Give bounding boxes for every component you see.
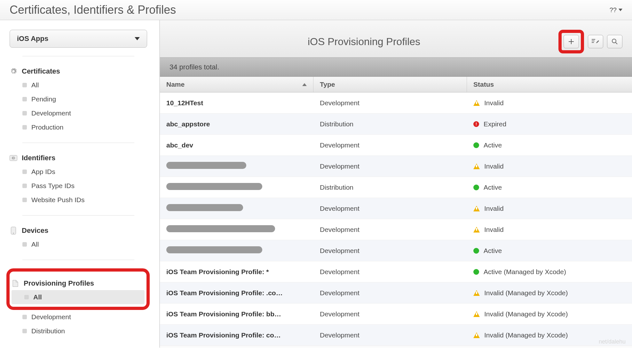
nav-heading-provisioning[interactable]: Provisioning Profiles (12, 277, 145, 290)
sidebar-item-cert-production[interactable]: Production (10, 120, 150, 134)
platform-select[interactable]: iOS Apps (10, 30, 147, 48)
sidebar-item-label: Pending (31, 95, 56, 103)
user-menu[interactable]: ?? (610, 6, 622, 14)
status-text: Active (484, 141, 502, 149)
bullet-icon (22, 184, 27, 188)
cell-type: Development (313, 242, 467, 260)
sidebar-item-label: All (33, 293, 42, 301)
table-row[interactable]: DevelopmentInvalid (160, 156, 632, 177)
cell-status: !Expired (467, 115, 632, 133)
nav-heading-identifiers[interactable]: ID Identifiers (10, 151, 150, 165)
svg-point-4 (612, 39, 616, 43)
table-header: Name Type Status (160, 77, 632, 92)
bullet-icon (24, 295, 29, 299)
svg-point-3 (13, 233, 14, 234)
sidebar-item-label: All (31, 81, 39, 89)
redacted-name (166, 246, 262, 253)
cell-type: Development (313, 200, 467, 218)
table-row[interactable]: iOS Team Provisioning Profile: co…Develo… (160, 325, 632, 346)
nav-section-identifiers: ID Identifiers App IDs Pass Type IDs Web… (10, 151, 150, 207)
status-text: Invalid (484, 205, 504, 212)
profile-name: iOS Team Provisioning Profile: co… (166, 331, 281, 339)
table-row[interactable]: iOS Team Provisioning Profile: bb…Develo… (160, 304, 632, 325)
add-button[interactable] (564, 35, 579, 48)
doc-icon (12, 280, 19, 287)
nav-heading-devices[interactable]: Devices (10, 224, 150, 237)
bullet-icon (22, 315, 27, 319)
cell-type: Development (313, 94, 467, 112)
table-row[interactable]: DevelopmentActive (160, 240, 632, 261)
status-warning-icon (473, 163, 480, 169)
nav-heading-certificates[interactable]: Certificates (10, 65, 150, 78)
sidebar-item-cert-development[interactable]: Development (10, 106, 150, 120)
platform-select-label: iOS Apps (17, 35, 48, 43)
edit-button[interactable] (588, 35, 603, 48)
cell-status: Active (Managed by Xcode) (467, 263, 632, 281)
search-button[interactable] (607, 35, 622, 48)
table-row[interactable]: DevelopmentInvalid (160, 219, 632, 240)
main-header: iOS Provisioning Profiles (160, 20, 632, 58)
highlight-provisioning: Provisioning Profiles All (6, 268, 150, 310)
sidebar-item-profiles-distribution[interactable]: Distribution (10, 324, 150, 338)
status-active-icon (473, 269, 479, 275)
sidebar-item-devices-all[interactable]: All (10, 237, 150, 251)
sidebar-item-profiles-development[interactable]: Development (10, 310, 150, 324)
redacted-name (166, 183, 262, 190)
search-icon (612, 38, 618, 45)
table-row[interactable]: DevelopmentInvalid (160, 198, 632, 219)
sidebar-item-cert-all[interactable]: All (10, 78, 150, 92)
sidebar-item-label: Distribution (31, 327, 65, 335)
sidebar-item-website-push-ids[interactable]: Website Push IDs (10, 193, 150, 207)
table-row[interactable]: iOS Team Provisioning Profile: *Developm… (160, 261, 632, 282)
cell-name: iOS Team Provisioning Profile: * (160, 263, 313, 281)
cell-status: Active (467, 242, 632, 260)
nav-section-provisioning: Provisioning Profiles All (12, 277, 145, 304)
divider (22, 215, 134, 216)
status-warning-icon (473, 332, 480, 338)
cell-name: iOS Team Provisioning Profile: co… (160, 326, 313, 344)
redacted-name (166, 204, 243, 211)
highlight-add-button (558, 30, 584, 53)
cell-status: Invalid (Managed by Xcode) (467, 305, 632, 323)
table-row[interactable]: abc_appstoreDistribution!Expired (160, 114, 632, 135)
column-header-status[interactable]: Status (467, 77, 632, 92)
nav-section-devices: Devices All (10, 224, 150, 251)
status-warning-icon (473, 100, 480, 106)
plus-icon (568, 38, 574, 45)
status-text: Expired (484, 120, 506, 128)
bullet-icon (22, 97, 27, 101)
page-header: Certificates, Identifiers & Profiles ?? (0, 0, 632, 20)
chevron-down-icon (619, 9, 622, 11)
cell-name (160, 157, 313, 176)
status-text: Invalid (Managed by Xcode) (484, 310, 568, 318)
edit-list-icon (591, 38, 600, 45)
column-header-type[interactable]: Type (313, 77, 467, 92)
table-row[interactable]: 10_12HTestDevelopmentInvalid (160, 92, 632, 114)
sidebar-item-profiles-all[interactable]: All (12, 290, 145, 304)
toolbar (558, 30, 622, 53)
table-row[interactable]: iOS Team Provisioning Profile: .co…Devel… (160, 282, 632, 304)
sidebar-item-app-ids[interactable]: App IDs (10, 165, 150, 179)
sidebar-item-label: Development (31, 313, 71, 321)
sidebar-item-pass-type-ids[interactable]: Pass Type IDs (10, 179, 150, 193)
status-active-icon (473, 185, 479, 190)
sidebar: iOS Apps Certificates All Pending Develo… (0, 20, 160, 348)
profile-name: 10_12HTest (166, 99, 203, 107)
column-label: Status (473, 81, 494, 88)
cell-type: Distribution (313, 178, 467, 196)
divider (22, 260, 134, 260)
cell-type: Development (313, 221, 467, 239)
table-row[interactable]: abc_devDevelopmentActive (160, 135, 632, 156)
cell-type: Distribution (313, 115, 467, 133)
bullet-icon (22, 83, 27, 87)
column-header-name[interactable]: Name (160, 77, 313, 92)
column-label: Type (320, 81, 335, 88)
status-warning-icon (473, 227, 480, 233)
sidebar-item-cert-pending[interactable]: Pending (10, 92, 150, 106)
column-label: Name (166, 81, 185, 88)
nav-heading-label: Provisioning Profiles (24, 279, 94, 288)
redacted-name (166, 225, 275, 232)
status-text: Active (484, 184, 502, 191)
sidebar-item-label: Website Push IDs (31, 196, 85, 204)
table-row[interactable]: DistributionActive (160, 177, 632, 198)
